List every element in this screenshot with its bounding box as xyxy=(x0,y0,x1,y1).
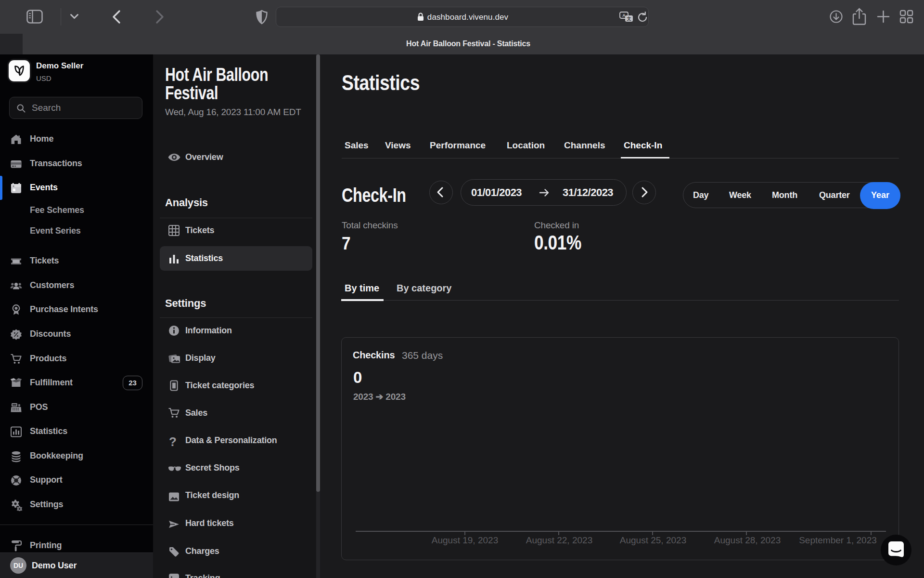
svg-text:文: 文 xyxy=(627,16,631,21)
